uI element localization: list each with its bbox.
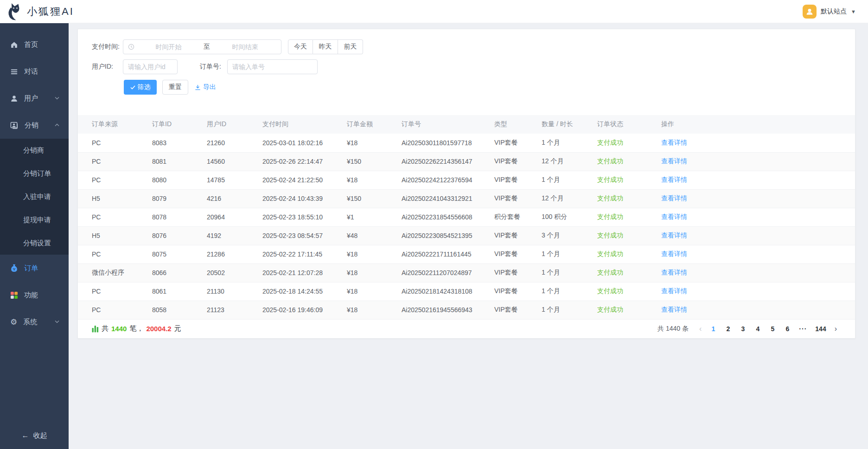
cell-order-source: 微信小程序 <box>78 263 147 282</box>
yesterday-button[interactable]: 昨天 <box>313 39 338 54</box>
sidebar-item-home[interactable]: 首页 <box>0 31 69 58</box>
pagination-next-icon[interactable]: › <box>835 325 837 333</box>
chevron-up-icon <box>55 123 59 127</box>
today-button[interactable]: 今天 <box>288 39 313 54</box>
sidebar-item-distribution[interactable]: 分销 <box>0 112 69 139</box>
time-end-input[interactable] <box>213 43 277 51</box>
order-status-badge: 支付成功 <box>597 269 623 276</box>
cell-order-id: 8061 <box>147 282 202 301</box>
cell-type: VIP套餐 <box>490 301 537 319</box>
sidebar-subitem-distribution-orders[interactable]: 分销订单 <box>0 162 69 185</box>
order-no-input[interactable] <box>227 59 318 74</box>
download-icon <box>195 84 201 90</box>
pagination-total: 共 1440 条 <box>657 325 689 333</box>
sidebar-subitem-entry-applications[interactable]: 入驻申请 <box>0 185 69 208</box>
filter-section: 支付时间: 至 今天 昨天 前天 <box>78 29 855 95</box>
view-detail-link[interactable]: 查看详情 <box>661 139 687 146</box>
cell-amount: ¥150 <box>342 189 397 208</box>
cell-order-no: Ai202503011801597718 <box>397 134 490 152</box>
sidebar-item-user[interactable]: 用户 <box>0 85 69 112</box>
day-before-button[interactable]: 前天 <box>338 39 363 54</box>
pagination-page[interactable]: 4 <box>754 325 761 333</box>
view-detail-link[interactable]: 查看详情 <box>661 287 687 295</box>
view-detail-link[interactable]: 查看详情 <box>661 250 687 257</box>
cell-pay-time: 2025-02-22 17:11:45 <box>258 245 342 263</box>
view-detail-link[interactable]: 查看详情 <box>661 213 687 220</box>
time-start-input[interactable] <box>136 43 201 51</box>
sidebar-item-orders[interactable]: 订单 <box>0 255 69 282</box>
table-row: 微信小程序8066205022025-02-21 12:07:28¥18Ai20… <box>78 263 855 282</box>
filter-button[interactable]: 筛选 <box>124 80 157 95</box>
pagination-page[interactable]: 3 <box>740 325 746 333</box>
cell-user-id: 20502 <box>202 263 258 282</box>
order-no-label: 订单号: <box>200 63 227 71</box>
cell-order-source: PC <box>78 282 147 301</box>
caret-down-icon: ▼ <box>851 9 856 14</box>
view-detail-link[interactable]: 查看详情 <box>661 231 687 239</box>
date-range-picker[interactable]: 至 <box>123 39 281 54</box>
cell-pay-time: 2025-02-23 18:55:10 <box>258 208 342 226</box>
export-link[interactable]: 导出 <box>195 83 216 91</box>
sidebar-item-chat[interactable]: 对话 <box>0 58 69 85</box>
cell-order-source: PC <box>78 152 147 171</box>
user-id-input[interactable] <box>123 59 178 74</box>
order-status-badge: 支付成功 <box>597 213 623 220</box>
sidebar-item-label: 用户 <box>24 94 38 103</box>
cell-status: 支付成功 <box>593 282 657 301</box>
cell-user-id: 14560 <box>202 152 258 171</box>
cell-order-id: 8066 <box>147 263 202 282</box>
cell-order-no: Ai202502230854521395 <box>397 226 490 245</box>
total-amount: 20004.2 <box>146 325 171 333</box>
pagination-page[interactable]: 5 <box>769 325 776 333</box>
view-detail-link[interactable]: 查看详情 <box>661 176 687 183</box>
sidebar-collapse-button[interactable]: ← 收起 <box>0 426 69 445</box>
user-id-label: 用户ID: <box>92 63 123 71</box>
cell-amount: ¥18 <box>342 245 397 263</box>
pagination-page[interactable]: 1 <box>710 325 716 333</box>
sidebar-item-features[interactable]: 功能 <box>0 282 69 308</box>
view-detail-link[interactable]: 查看详情 <box>661 157 687 165</box>
reset-button[interactable]: 重置 <box>162 80 188 95</box>
cell-actions: 查看详情 <box>657 226 855 245</box>
pagination-page[interactable]: 144 <box>815 325 826 333</box>
cell-status: 支付成功 <box>593 301 657 319</box>
view-detail-link[interactable]: 查看详情 <box>661 306 687 313</box>
view-detail-link[interactable]: 查看详情 <box>661 269 687 276</box>
cell-order-source: PC <box>78 171 147 189</box>
cell-order-no: Ai202502161945566943 <box>397 301 490 319</box>
order-status-badge: 支付成功 <box>597 231 623 239</box>
cell-order-id: 8078 <box>147 208 202 226</box>
col-order-id: 订单ID <box>147 115 202 134</box>
quick-date-group: 今天 昨天 前天 <box>288 39 363 54</box>
cell-user-id: 20964 <box>202 208 258 226</box>
chevron-down-icon <box>55 96 59 100</box>
pagination-page[interactable]: 6 <box>784 325 791 333</box>
cell-order-id: 8083 <box>147 134 202 152</box>
cell-type: VIP套餐 <box>490 226 537 245</box>
cell-order-no: Ai202502241043312921 <box>397 189 490 208</box>
sidebar-subitem-distributors[interactable]: 分销商 <box>0 139 69 162</box>
cell-type: 积分套餐 <box>490 208 537 226</box>
pagination-page[interactable]: 2 <box>725 325 731 333</box>
cell-amount: ¥18 <box>342 171 397 189</box>
clock-icon <box>128 44 134 50</box>
pagination-prev-icon[interactable]: ‹ <box>699 325 702 333</box>
col-amount: 订单金额 <box>342 115 397 134</box>
cell-amount: ¥18 <box>342 301 397 319</box>
site-selector[interactable]: 默认站点 ▼ <box>803 5 856 19</box>
sidebar-item-system[interactable]: ⚙ 系统 <box>0 308 69 335</box>
cell-amount: ¥48 <box>342 226 397 245</box>
col-order-no: 订单号 <box>397 115 490 134</box>
user-icon <box>10 95 18 103</box>
sidebar-subitem-withdraw-applications[interactable]: 提现申请 <box>0 208 69 231</box>
cell-quantity: 12 个月 <box>537 189 593 208</box>
fox-logo-icon <box>6 3 22 20</box>
view-detail-link[interactable]: 查看详情 <box>661 194 687 202</box>
chat-lines-icon <box>10 68 18 76</box>
sidebar-item-label: 首页 <box>24 40 38 49</box>
sidebar-subitem-distribution-settings[interactable]: 分销设置 <box>0 231 69 255</box>
cell-user-id: 21260 <box>202 134 258 152</box>
home-icon <box>10 41 18 49</box>
cell-order-source: PC <box>78 134 147 152</box>
cell-user-id: 21130 <box>202 282 258 301</box>
